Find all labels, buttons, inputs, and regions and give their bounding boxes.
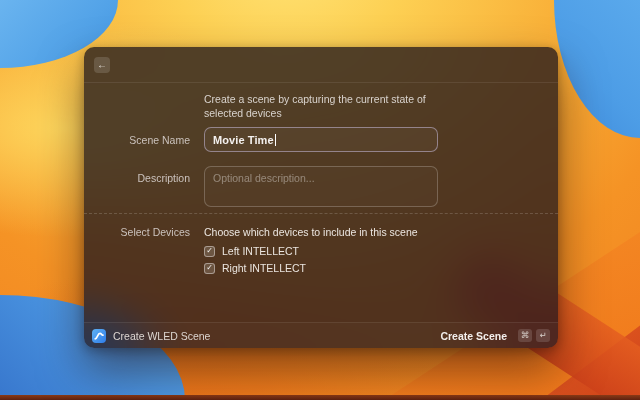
description-row: Description (84, 166, 558, 211)
device-label: Left INTELLECT (222, 245, 299, 257)
window-footer: Create WLED Scene Create Scene ⌘ ↵ (84, 322, 558, 348)
checkbox-checked-icon: ✓ (204, 263, 215, 274)
scene-name-row: Scene Name Movie Time (84, 127, 558, 152)
scene-name-input[interactable]: Movie Time (204, 127, 438, 152)
command-key-icon: ⌘ (518, 329, 532, 342)
checkmark-icon: ✓ (206, 264, 213, 272)
footer-app-name: Create WLED Scene (113, 330, 210, 342)
scene-name-label: Scene Name (84, 133, 190, 147)
device-checkbox-right-intellect[interactable]: ✓ Right INTELLECT (204, 262, 438, 274)
intro-text: Create a scene by capturing the current … (204, 92, 440, 120)
device-checkbox-left-intellect[interactable]: ✓ Left INTELLECT (204, 245, 438, 257)
checkbox-checked-icon: ✓ (204, 246, 215, 257)
device-row: ✓ Right INTELLECT (84, 262, 558, 274)
dashed-separator (84, 213, 558, 214)
device-row: ✓ Left INTELLECT (84, 245, 558, 257)
wled-app-icon (92, 329, 106, 343)
device-label: Right INTELLECT (222, 262, 306, 274)
create-wled-scene-window: ← Create a scene by capturing the curren… (84, 47, 558, 348)
return-key-icon: ↵ (536, 329, 550, 342)
scene-name-value: Movie Time (213, 134, 274, 146)
select-devices-row: Select Devices Choose which devices to i… (84, 225, 558, 239)
back-arrow-icon: ← (97, 60, 107, 70)
select-devices-label: Select Devices (84, 225, 190, 239)
intro-row: Create a scene by capturing the current … (84, 92, 558, 120)
description-input[interactable] (204, 166, 438, 207)
window-header: ← (84, 47, 558, 83)
description-label: Description (84, 166, 190, 211)
checkmark-icon: ✓ (206, 247, 213, 255)
select-devices-hint: Choose which devices to include in this … (204, 225, 438, 239)
text-cursor (275, 134, 276, 146)
intro-label-spacer (84, 92, 190, 120)
wallpaper-bottom-strip (0, 395, 640, 400)
create-scene-button[interactable]: Create Scene (440, 330, 507, 342)
back-button[interactable]: ← (94, 57, 110, 73)
